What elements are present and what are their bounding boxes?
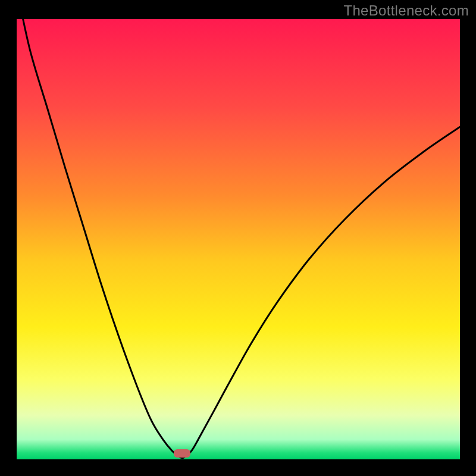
chart-root: TheBottleneck.com	[0, 0, 476, 476]
watermark-text: TheBottleneck.com	[343, 2, 469, 19]
plot-area	[17, 19, 460, 459]
optimum-marker	[174, 449, 190, 458]
